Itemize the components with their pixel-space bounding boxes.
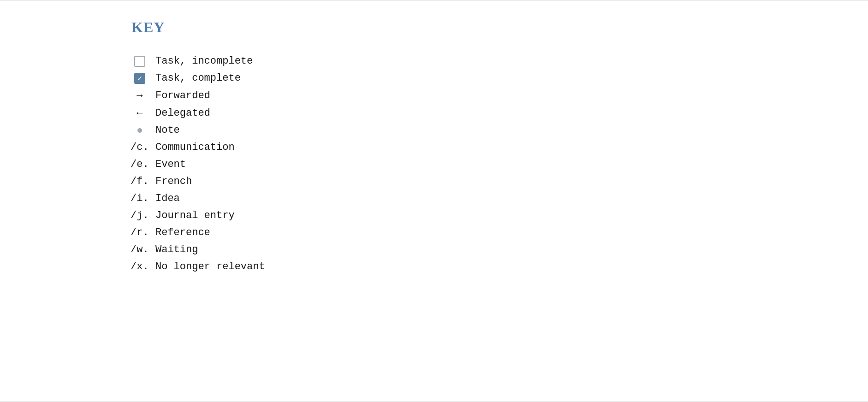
list-item: /c. Communication bbox=[131, 139, 868, 156]
item-label: Task, incomplete bbox=[155, 55, 253, 67]
code-label-communication: /c. bbox=[131, 142, 148, 153]
list-item: /w. Waiting bbox=[131, 241, 868, 258]
code-label-idea: /i. bbox=[131, 193, 148, 204]
item-label: Note bbox=[155, 124, 180, 136]
code-label-french: /f. bbox=[131, 176, 148, 187]
code-text: /w. bbox=[131, 244, 149, 255]
bullet-icon bbox=[131, 128, 148, 133]
list-item: /e. Event bbox=[131, 156, 868, 173]
arrow-left-icon: ← bbox=[131, 107, 148, 119]
item-label: Journal entry bbox=[155, 210, 235, 221]
item-label: Event bbox=[155, 159, 186, 170]
item-label: Delegated bbox=[155, 107, 210, 119]
dot-bullet bbox=[137, 128, 142, 133]
checked-checkbox: ✓ bbox=[134, 73, 145, 84]
key-list: Task, incomplete ✓ Task, complete → Forw… bbox=[131, 53, 868, 275]
list-item: ✓ Task, complete bbox=[131, 70, 868, 87]
code-text: /e. bbox=[131, 159, 149, 170]
code-text: /r. bbox=[131, 227, 149, 238]
list-item: /f. French bbox=[131, 173, 868, 190]
code-text: /c. bbox=[131, 142, 149, 153]
item-label: Communication bbox=[155, 142, 235, 153]
list-item: /i. Idea bbox=[131, 190, 868, 207]
code-label-waiting: /w. bbox=[131, 244, 148, 255]
item-label: No longer relevant bbox=[155, 261, 265, 272]
item-label: Reference bbox=[155, 227, 210, 238]
item-label: Waiting bbox=[155, 244, 198, 255]
code-text: /i. bbox=[131, 193, 149, 204]
empty-checkbox bbox=[134, 56, 145, 67]
left-arrow: ← bbox=[135, 107, 145, 119]
code-text: /f. bbox=[131, 176, 149, 187]
list-item: /x. No longer relevant bbox=[131, 258, 868, 275]
list-item: → Forwarded bbox=[131, 87, 868, 104]
item-label: Idea bbox=[155, 193, 180, 204]
item-label: Forwarded bbox=[155, 90, 210, 101]
item-label: French bbox=[155, 176, 192, 187]
list-item: /r. Reference bbox=[131, 224, 868, 241]
code-text: /x. bbox=[131, 261, 149, 272]
key-title: KEY bbox=[131, 19, 868, 36]
checkbox-empty-icon bbox=[131, 56, 148, 67]
checkbox-checked-icon: ✓ bbox=[131, 73, 148, 84]
item-label: Task, complete bbox=[155, 72, 241, 84]
code-text: /j. bbox=[131, 210, 149, 221]
arrow-right-icon: → bbox=[131, 89, 148, 101]
code-label-no-longer-relevant: /x. bbox=[131, 261, 148, 272]
list-item: Note bbox=[131, 122, 868, 139]
list-item: /j. Journal entry bbox=[131, 207, 868, 224]
key-section: KEY Task, incomplete ✓ Task, complete → … bbox=[0, 0, 868, 402]
right-arrow: → bbox=[135, 89, 145, 101]
code-label-journal: /j. bbox=[131, 210, 148, 221]
code-label-reference: /r. bbox=[131, 227, 148, 238]
code-label-event: /e. bbox=[131, 159, 148, 170]
list-item: Task, incomplete bbox=[131, 53, 868, 70]
list-item: ← Delegated bbox=[131, 104, 868, 122]
